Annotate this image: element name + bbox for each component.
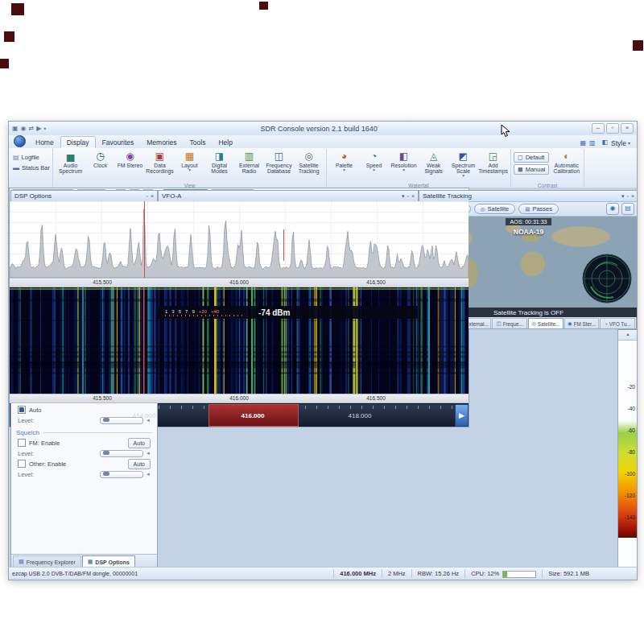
other-squelch-checkbox[interactable]: [18, 460, 26, 468]
ribbon-button[interactable]: ◉ FM Stereo: [115, 150, 145, 174]
status-size: Size: 592.1 MB: [542, 569, 595, 578]
titlebar-icon[interactable]: ▣: [12, 125, 19, 132]
nav-right-button[interactable]: ▶: [455, 404, 469, 427]
tab-frequency-explorer[interactable]: ▤ Frequency Explorer: [13, 555, 81, 568]
default-icon: ◻: [518, 154, 523, 161]
close-icon[interactable]: ×: [631, 193, 634, 200]
chevron-down-icon: ▾: [628, 140, 630, 146]
ribbon-button[interactable]: ◕ Palette ▾: [329, 150, 359, 179]
ribbon-button[interactable]: ▣ Data Recordings: [145, 150, 175, 174]
ribbon-button[interactable]: ▦ Layout ▾: [175, 150, 204, 174]
menu-tab[interactable]: Home: [29, 136, 60, 148]
ribbon-button[interactable]: ◷ Clock: [85, 150, 115, 174]
chevron-down-icon: ▾: [343, 168, 345, 173]
panels-small-icon[interactable]: ▥: [589, 139, 596, 147]
ribbon-button[interactable]: ◬ Weak Signals: [419, 150, 448, 179]
auto-calibration-button[interactable]: ◐ Automatic Calibration: [551, 150, 581, 174]
dock-tab-icon: ◫: [497, 320, 502, 327]
satellite-toolbar-button[interactable]: ▤ Passes: [518, 204, 559, 214]
menu-tab[interactable]: Display: [60, 136, 96, 148]
status-bandwidth: 2 MHz: [382, 569, 411, 578]
close-button[interactable]: ×: [621, 123, 634, 134]
dock-tab[interactable]: ◉ FM Ster...: [564, 318, 600, 328]
tab-dsp-options[interactable]: ▦ DSP Options: [82, 555, 135, 568]
chevron-down-icon: ▾: [373, 168, 375, 173]
slider-arrow-icon[interactable]: ◄: [146, 451, 151, 456]
ribbon-group-toggles: ▤ Logfile ▬ Status Bar: [10, 149, 53, 188]
camera-icon[interactable]: ◉: [606, 203, 619, 215]
chevron-down-icon: ▾: [402, 168, 405, 173]
meter-tick: 3: [171, 309, 174, 314]
fm-squelch-checkbox[interactable]: [18, 439, 26, 447]
contrast-manual-button[interactable]: ◼ Manual: [514, 164, 549, 175]
db-tick-label: -20: [618, 383, 637, 405]
waterfall-db-scale[interactable]: ▴ -20-40-60-80-100-120-140: [617, 329, 637, 568]
ribbon-button[interactable]: ◫ Frequency Database: [264, 150, 294, 174]
close-icon[interactable]: ×: [151, 193, 154, 199]
ribbon-button[interactable]: ◲ Add Timestamps: [478, 150, 508, 179]
other-squelch-auto-button[interactable]: Auto: [128, 459, 151, 469]
app-menu-button[interactable]: [14, 135, 26, 147]
pin-icon[interactable]: ▫: [146, 193, 147, 199]
signal-level-readout: -74 dBm: [258, 308, 290, 317]
ribbon-button[interactable]: ▥ External Radio: [234, 150, 264, 174]
ribbon-button[interactable]: ◎ Satellite Tracking: [294, 150, 324, 174]
dock-tab[interactable]: ◔ VFO Tu...: [600, 318, 635, 328]
ribbon-button-icon: ◉: [126, 151, 134, 162]
satellite-panel-caption[interactable]: Satellite Tracking ▾ ▫ ×: [419, 191, 637, 202]
menu-tab[interactable]: Help: [212, 136, 238, 148]
ribbon-button[interactable]: ◔ Speed ▾: [359, 150, 389, 179]
list-icon[interactable]: ▤: [621, 203, 634, 215]
titlebar-icon[interactable]: ⇄: [29, 125, 35, 132]
nav-frequency-tick: 418.000: [349, 412, 372, 419]
cpu-progress-bar: [502, 571, 536, 578]
image-artifact: [0, 59, 9, 68]
satellite-toolbar-button[interactable]: ◎ Satellite: [474, 204, 515, 214]
chevron-down-icon[interactable]: ▾: [621, 193, 625, 200]
dsp-panel-caption[interactable]: DSP Options ▫ ×: [11, 191, 157, 202]
title-bar[interactable]: ▣◉⇄▶▪ SDR Console version 2.1 build 1640…: [9, 122, 637, 136]
menu-tab[interactable]: Tools: [184, 136, 213, 148]
ribbon-button-icon: ◩: [459, 151, 468, 162]
other-squelch-level-slider[interactable]: [100, 471, 143, 478]
nav-frequency-tick: 414.000: [133, 412, 156, 419]
ribbon-button[interactable]: ◩ Spectrum Scale ▾: [448, 150, 478, 179]
nav-track[interactable]: 414.000416.000418.000: [23, 404, 455, 427]
quick-access-toolbar: ▣◉⇄▶▪: [12, 125, 46, 132]
contrast-default-button[interactable]: ◻ Default: [514, 152, 549, 163]
vfo-panel-caption[interactable]: VFO-A ▾ ▫ ×: [159, 191, 418, 202]
tuning-marker[interactable]: [283, 229, 284, 261]
ribbon-button[interactable]: ▅ Audio Spectrum: [56, 150, 85, 174]
titlebar-icon[interactable]: ▶: [36, 125, 41, 132]
meter-tick: +20: [199, 309, 207, 314]
scale-button[interactable]: ▴: [618, 330, 637, 341]
maximize-button[interactable]: ▫: [606, 123, 619, 134]
menu-tab[interactable]: Memories: [140, 136, 183, 148]
chevron-down-icon[interactable]: ▾: [402, 193, 405, 200]
ribbon-button-icon: ▥: [245, 151, 254, 162]
fm-squelch-auto-button[interactable]: Auto: [128, 438, 151, 448]
fm-squelch-level-slider[interactable]: [100, 450, 143, 457]
dock-tab[interactable]: ◎ Satellite...: [528, 318, 564, 328]
app-window: ▣◉⇄▶▪ SDR Console version 2.1 build 1640…: [8, 121, 638, 580]
ribbon-toggle[interactable]: ▤ Logfile: [13, 154, 50, 161]
menu-tab[interactable]: Favourites: [96, 136, 141, 148]
main-spectrum[interactable]: [10, 201, 469, 278]
ribbon-button[interactable]: ◧ Resolution ▾: [389, 150, 419, 179]
slider-arrow-icon[interactable]: ◄: [146, 472, 151, 477]
tuning-marker[interactable]: [144, 201, 145, 278]
main-waterfall[interactable]: [10, 287, 469, 394]
pin-icon[interactable]: ▫: [626, 193, 628, 200]
close-icon[interactable]: ×: [411, 193, 415, 200]
layout-small-icon[interactable]: ▦: [580, 139, 586, 147]
dock-tab[interactable]: ◫ Freque...: [492, 318, 527, 328]
ribbon-button[interactable]: ◨ Digital Modes: [204, 150, 234, 174]
style-label: Style: [611, 139, 626, 147]
pin-icon[interactable]: ▫: [407, 193, 408, 200]
minimize-button[interactable]: –: [592, 123, 605, 134]
ribbon-toggle[interactable]: ▬ Status Bar: [13, 164, 50, 171]
polar-plot: [581, 253, 633, 304]
style-selector[interactable]: ◧ Style ▾: [601, 138, 630, 147]
titlebar-icon[interactable]: ◉: [21, 125, 27, 132]
toggle-icon: ▬: [13, 164, 19, 171]
